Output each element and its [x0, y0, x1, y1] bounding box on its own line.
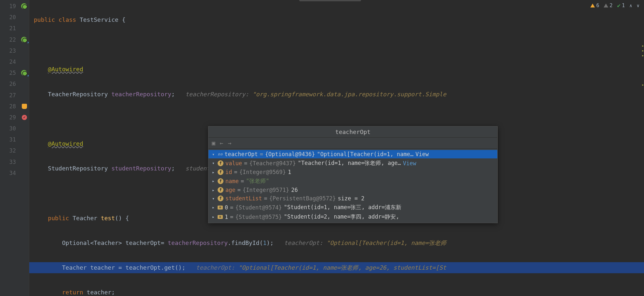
debug-hint-value: "Optional[Teacher(id=1, name=张老师	[327, 239, 446, 246]
field-icon: f	[218, 169, 223, 175]
var-name: 0	[225, 204, 228, 211]
keyword: public	[48, 215, 69, 222]
var-name: id	[225, 169, 232, 175]
equals: =	[241, 178, 244, 184]
view-link[interactable]: View	[415, 151, 429, 157]
parens: ()	[175, 264, 182, 271]
semicolon: ;	[171, 91, 175, 98]
var-value: size = 2	[338, 195, 365, 202]
line-number: 23	[9, 47, 16, 54]
return-type: Teacher	[73, 215, 97, 222]
count: 2	[610, 3, 612, 8]
var-type: {PersistentBag@9572}	[269, 195, 336, 202]
tree-node[interactable]: ▸ f id = {Integer@9569} 1	[208, 168, 497, 176]
equals: =	[161, 239, 164, 246]
expand-toggle-icon[interactable]: ▸	[211, 205, 216, 210]
scroll-hint[interactable]	[642, 55, 643, 56]
debug-hint-value: "org.springframework.data.jpa.repository…	[252, 91, 446, 98]
keyword: class	[59, 16, 76, 23]
parens: ()	[115, 215, 122, 222]
warning-grey-count[interactable]: 2	[604, 3, 612, 8]
expand-toggle-icon[interactable]: ▸	[211, 179, 216, 183]
method-call: get	[164, 264, 175, 271]
tree-node[interactable]: ▸ 1 = {Student@9575} "Student(id=2, name…	[208, 212, 497, 222]
type-ref: Optional	[62, 239, 90, 246]
caret-down-icon[interactable]: ∨	[637, 3, 639, 8]
class-name: TestService	[80, 16, 118, 23]
element-icon	[218, 215, 223, 219]
var-value: "张老师"	[246, 177, 269, 185]
caret-up-icon[interactable]: ∧	[629, 3, 632, 8]
expand-toggle-icon[interactable]: ▸	[211, 188, 216, 193]
field-icon: f	[218, 195, 223, 201]
ok-count[interactable]: ✔1	[617, 2, 625, 9]
keyword: return	[62, 289, 83, 296]
equals: =	[118, 264, 122, 271]
tree-node[interactable]: ▸ f age = {Integer@9571} 26	[208, 186, 497, 194]
scroll-markers	[642, 0, 643, 296]
spring-bean-icon[interactable]	[21, 3, 27, 9]
line-number: 19	[9, 3, 16, 9]
annotation: @Autowired	[48, 140, 83, 147]
var-name: value	[225, 160, 242, 167]
line-number: 22	[9, 36, 16, 43]
scroll-hint[interactable]	[642, 46, 643, 47]
type-ref: Teacher	[62, 264, 87, 271]
variable-tree[interactable]: ▾ ⌕⌕ teacherOpt = {Optional@9436} "Optio…	[208, 149, 497, 223]
equals: =	[230, 214, 233, 220]
expand-toggle-icon[interactable]: ▾	[211, 161, 216, 166]
breakpoint-icon[interactable]	[22, 115, 27, 120]
dot: .	[228, 239, 231, 246]
scroll-hint[interactable]	[642, 85, 643, 86]
var-value: 26	[291, 187, 298, 193]
var-name: teacherOpt	[224, 151, 258, 157]
new-watch-icon[interactable]: ▣	[212, 140, 215, 146]
line-number: 27	[9, 92, 16, 99]
semicolon: ;	[171, 165, 175, 172]
method-name: test	[101, 215, 115, 222]
view-link[interactable]: View	[403, 160, 416, 167]
expand-toggle-icon[interactable]: ▾	[211, 196, 216, 201]
inspection-widget[interactable]: 6 2 ✔1 ∧ ∨	[590, 2, 639, 9]
method-call: findById	[231, 239, 260, 246]
field-icon: f	[218, 160, 223, 166]
expand-toggle-icon[interactable]: ▸	[211, 170, 216, 175]
tree-node[interactable]: ▾ f studentList = {PersistentBag@9572} s…	[208, 194, 497, 203]
var-ref: teacherOpt	[126, 264, 161, 271]
count: 6	[596, 3, 599, 8]
tree-node[interactable]: ▸ f name = "张老师"	[208, 176, 497, 186]
debug-hint-label: teacherRepository:	[185, 91, 249, 98]
intention-bulb-icon[interactable]	[22, 104, 27, 109]
line-number: 34	[9, 170, 16, 176]
var-type: {Student@9575}	[235, 214, 282, 220]
brace: {	[122, 16, 126, 23]
paren: (	[260, 239, 263, 246]
line-number: 20	[9, 14, 16, 20]
field-icon: f	[218, 178, 223, 184]
nav-back-icon[interactable]: ←	[220, 140, 223, 146]
annotation: @Autowired	[48, 66, 83, 73]
check-icon: ✔	[617, 2, 621, 9]
tree-node-root[interactable]: ▾ ⌕⌕ teacherOpt = {Optional@9436} "Optio…	[208, 150, 497, 158]
equals: =	[237, 187, 241, 193]
expand-toggle-icon[interactable]: ▸	[211, 214, 216, 219]
field-ref: teacherRepository	[168, 239, 228, 246]
warning-icon	[590, 4, 595, 7]
scroll-hint[interactable]	[642, 50, 643, 51]
debugger-evaluate-popup: teacherOpt ▣ ← → ▾ ⌕⌕ teacherOpt = {Opti…	[208, 126, 498, 223]
nav-forward-icon[interactable]: →	[228, 140, 232, 146]
line-number: 31	[9, 136, 16, 143]
spring-autowire-icon[interactable]	[21, 70, 27, 76]
keyword: public	[34, 16, 55, 23]
line-number: 32	[9, 147, 16, 154]
var-type: {Integer@9569}	[239, 169, 286, 175]
line-number: 30	[9, 125, 16, 132]
tree-node[interactable]: ▸ 0 = {Student@9574} "Student(id=1, name…	[208, 203, 497, 212]
spring-autowire-icon[interactable]	[21, 37, 27, 43]
expand-toggle-icon[interactable]: ▾	[211, 152, 216, 157]
warning-yellow-count[interactable]: 6	[590, 3, 599, 8]
dot: .	[161, 264, 164, 271]
tree-node[interactable]: ▾ f value = {Teacher@9437} "Teacher(id=1…	[208, 158, 497, 168]
field-name: studentRepository	[111, 165, 171, 172]
var-value: 1	[288, 169, 291, 175]
